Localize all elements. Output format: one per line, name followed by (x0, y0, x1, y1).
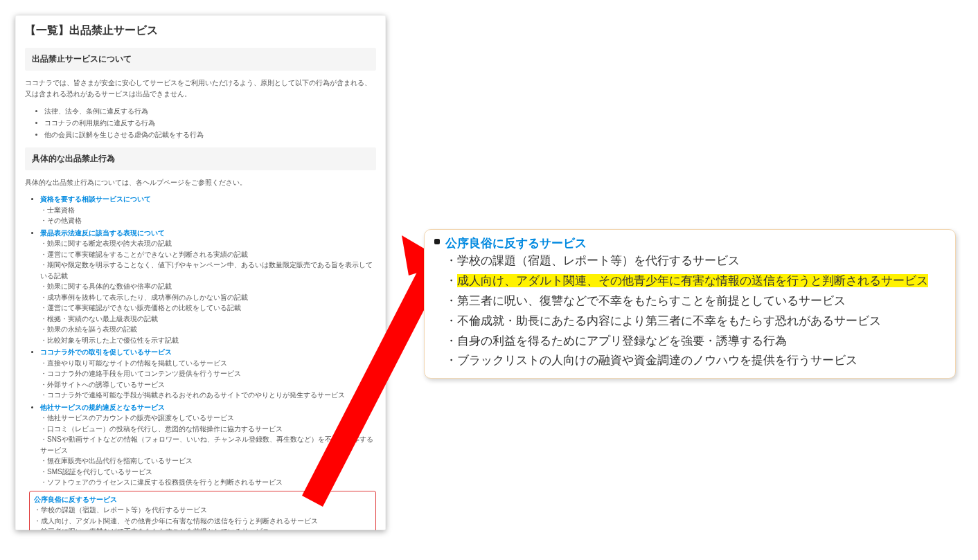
sub-item: 根拠・実績のない最上級表現の記載 (40, 314, 376, 325)
category-sub-items: 効果に関する断定表現や誇大表現の記載運営にて事実確認をすることができないと判断さ… (40, 238, 376, 345)
section-header-details: 具体的な出品禁止行為 (25, 147, 376, 170)
sub-item: 外部サイトへの誘導しているサービス (40, 379, 376, 390)
callout-sub-item: 学校の課題（宿題、レポート等）を代行するサービス (445, 251, 945, 271)
sub-item: 第三者に呪い、復讐などで不幸をもたらすことを前提としているサービス (34, 526, 371, 530)
category-item: 景品表示法違反に該当する表現について効果に関する断定表現や誇大表現の記載運営にて… (40, 228, 376, 346)
details-note: 具体的な出品禁止行為については、各ヘルプページをご参照ください。 (25, 177, 376, 188)
highlighted-category-box: 公序良俗に反するサービス学校の課題（宿題、レポート等）を代行するサービス成人向け… (29, 491, 376, 531)
page-title: 【一覧】出品禁止サービス (25, 24, 376, 38)
callout-sub-item: 第三者に呪い、復讐などで不幸をもたらすことを前提としているサービス (445, 291, 945, 311)
help-article: 【一覧】出品禁止サービス 出品禁止サービスについて ココナラでは、皆さまが安全に… (15, 15, 386, 530)
category-link[interactable]: 資格を要する相談サービスについて (40, 195, 151, 203)
sub-item: 運営にて事実確認ができない販売価格との比較をしている記載 (40, 302, 376, 314)
callout-sub-item: ブラックリストの人向けの融資や資金調達のノウハウを提供を行うサービス (445, 351, 945, 371)
list-item: ココナラの利用規約に違反する行為 (44, 117, 376, 129)
sub-item: SNSや動画サイトなどの情報（フォロワー、いいね、チャンネル登録数、再生数など）… (40, 434, 376, 455)
list-item: 法律、法令、条例に違反する行為 (44, 105, 376, 117)
basic-rules-list: 法律、法令、条例に違反する行為 ココナラの利用規約に違反する行為 他の会員に誤解… (25, 105, 376, 141)
sub-item: その他資格 (40, 215, 376, 226)
sub-item: 士業資格 (40, 205, 376, 216)
callout-panel: 公序良俗に反するサービス 学校の課題（宿題、レポート等）を代行するサービス成人向… (424, 229, 956, 379)
callout-category-link[interactable]: 公序良俗に反するサービス (445, 237, 587, 250)
category-sub-items: 直接やり取り可能なサイトの情報を掲載しているサービスココナラ外の連絡手段を用いて… (40, 358, 376, 401)
section-header-about: 出品禁止サービスについて (25, 48, 376, 71)
category-sub-items: 士業資格その他資格 (40, 205, 376, 226)
list-item: 他の会員に誤解を生じさせる虚偽の記載をする行為 (44, 129, 376, 141)
bullet-icon (434, 239, 440, 244)
prohibited-categories-list: 資格を要する相談サービスについて士業資格その他資格景品表示法違反に該当する表現に… (25, 194, 376, 530)
sub-item: 成功事例を抜粋して表示したり、成功事例のみしかない旨の記載 (40, 292, 376, 303)
callout-sub-item: 成人向け、アダルト関連、その他青少年に有害な情報の送信を行うと判断されるサービス (445, 271, 945, 291)
category-link[interactable]: 他社サービスの規約違反となるサービス (40, 404, 165, 411)
intro-paragraph: ココナラでは、皆さまが安全に安心してサービスをご利用いただけるよう、原則として以… (25, 78, 376, 100)
category-link[interactable]: ココナラ外での取引を促しているサービス (40, 348, 172, 356)
sub-item: 直接やり取り可能なサイトの情報を掲載しているサービス (40, 358, 376, 369)
category-item: 公序良俗に反するサービス学校の課題（宿題、レポート等）を代行するサービス成人向け… (29, 491, 376, 531)
category-item: 他社サービスの規約違反となるサービス他社サービスのアカウントの販売や譲渡をしてい… (40, 402, 376, 488)
sub-item: SMS認証を代行しているサービス (40, 467, 376, 478)
category-item: 資格を要する相談サービスについて士業資格その他資格 (40, 194, 376, 226)
sub-item: 学校の課題（宿題、レポート等）を代行するサービス (34, 505, 371, 516)
category-sub-items: 学校の課題（宿題、レポート等）を代行するサービス成人向け、アダルト関連、その他青… (34, 505, 371, 530)
category-link[interactable]: 景品表示法違反に該当する表現について (40, 229, 165, 237)
category-link[interactable]: 公序良俗に反するサービス (34, 496, 117, 503)
sub-item: 口コミ（レビュー）の投稿を代行し、意図的な情報操作に協力するサービス (40, 424, 376, 435)
sub-item: 効果に関する具体的な数値や倍率の記載 (40, 281, 376, 292)
callout-sub-item: 自身の利益を得るためにアプリ登録などを強要・誘導する行為 (445, 332, 945, 352)
sub-item: 期間や限定数を明示することなく、値下げやキャンペーン中、あるいは数量限定販売であ… (40, 260, 376, 281)
sub-item: 効果の永続を謳う表現の記載 (40, 324, 376, 335)
sub-item: 無在庫販売や出品代行を指南しているサービス (40, 455, 376, 467)
sub-item: 効果に関する断定表現や誇大表現の記載 (40, 238, 376, 249)
category-item: ココナラ外での取引を促しているサービス直接やり取り可能なサイトの情報を掲載してい… (40, 347, 376, 401)
sub-item: 他社サービスのアカウントの販売や譲渡をしているサービス (40, 413, 376, 424)
sub-item: 比較対象を明示した上で優位性を示す記載 (40, 335, 376, 346)
callout-sub-item: 不倫成就・助長にあたる内容により第三者に不幸をもたらす恐れがあるサービス (445, 311, 945, 332)
callout-items: 学校の課題（宿題、レポート等）を代行するサービス成人向け、アダルト関連、その他青… (445, 251, 945, 371)
sub-item: 成人向け、アダルト関連、その他青少年に有害な情報の送信を行うと判断されるサービス (34, 516, 371, 527)
sub-item: ココナラ外で連絡可能な手段が掲載されるおそれのあるサイトでのやりとりが発生するサ… (40, 390, 376, 401)
category-sub-items: 他社サービスのアカウントの販売や譲渡をしているサービス口コミ（レビュー）の投稿を… (40, 413, 376, 488)
sub-item: ソフトウェアのライセンスに違反する役務提供を行うと判断されるサービス (40, 477, 376, 488)
sub-item: ココナラ外の連絡手段を用いてコンテンツ提供を行うサービス (40, 368, 376, 379)
sub-item: 運営にて事実確認をすることができないと判断される実績の記載 (40, 249, 376, 260)
